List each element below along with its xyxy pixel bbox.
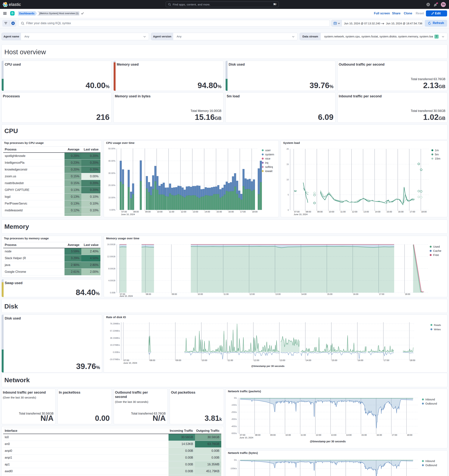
svg-text:-200/s: -200/s — [231, 411, 237, 413]
svg-text:12:00: 12:00 — [254, 359, 259, 362]
svg-text:17:00: 17:00 — [240, 211, 246, 213]
svg-text:0.00%: 0.00% — [109, 209, 115, 211]
svg-text:softirq: softirq — [265, 165, 273, 168]
svg-text:12:00: 12:00 — [316, 434, 321, 436]
svg-text:38.15MB/s: 38.15MB/s — [110, 337, 120, 339]
svg-text:12:00: 12:00 — [249, 293, 255, 295]
svg-text:08:00: 08:00 — [255, 434, 260, 436]
svg-text:5m: 5m — [435, 153, 439, 156]
svg-text:13:00: 13:00 — [275, 293, 281, 295]
svg-text:20: 20 — [287, 148, 289, 150]
svg-text:09:00: 09:00 — [172, 293, 177, 295]
svg-text:16.00GB: 16.00GB — [107, 243, 115, 246]
svg-text:Inbound: Inbound — [425, 398, 435, 401]
svg-text:10:00: 10:00 — [157, 211, 162, 213]
svg-text:07:00: 07:00 — [124, 359, 129, 362]
svg-text:0.00B: 0.00B — [110, 291, 115, 294]
svg-text:12:00: 12:00 — [181, 211, 186, 213]
svg-text:18:00: 18:00 — [252, 211, 258, 213]
svg-text:18:00: 18:00 — [405, 293, 410, 295]
svg-text:Inbound: Inbound — [425, 459, 435, 463]
svg-text:14:00: 14:00 — [205, 211, 210, 213]
svg-text:09:00: 09:00 — [270, 434, 276, 436]
svg-text:June 10, 2024: June 10, 2024 — [121, 213, 135, 215]
svg-text:16:00: 16:00 — [358, 359, 363, 362]
svg-text:0/s: 0/s — [234, 459, 237, 461]
svg-text:08:00: 08:00 — [146, 293, 151, 295]
svg-text:19.07MB/s: 19.07MB/s — [110, 344, 120, 346]
svg-text:11:00: 11:00 — [169, 211, 174, 213]
svg-text:09:00: 09:00 — [176, 359, 181, 362]
svg-text:11:00: 11:00 — [340, 211, 345, 213]
svg-text:11:00: 11:00 — [300, 434, 306, 436]
svg-text:-300/s: -300/s — [231, 418, 237, 420]
svg-text:-500/s: -500/s — [231, 432, 237, 434]
svg-text:17:00: 17:00 — [379, 293, 384, 295]
svg-text:08:00: 08:00 — [150, 359, 155, 362]
svg-text:13:00: 13:00 — [363, 211, 369, 213]
svg-text:0: 0 — [288, 209, 289, 211]
svg-text:13:00: 13:00 — [193, 211, 198, 213]
svg-text:@timestamp per 30 seconds: @timestamp per 30 seconds — [310, 440, 346, 443]
svg-text:17:00: 17:00 — [384, 359, 389, 362]
svg-text:8.00GB: 8.00GB — [108, 267, 115, 270]
svg-text:16:00: 16:00 — [377, 434, 382, 436]
svg-text:08:00: 08:00 — [306, 211, 311, 213]
svg-text:09:00: 09:00 — [145, 211, 151, 213]
svg-text:40.00%: 40.00% — [108, 160, 115, 162]
svg-text:14:00: 14:00 — [346, 434, 351, 436]
svg-text:15:00: 15:00 — [327, 293, 333, 295]
svg-text:iowait: iowait — [265, 169, 273, 173]
svg-text:10:00: 10:00 — [285, 434, 291, 436]
svg-text:07:00: 07:00 — [121, 211, 127, 213]
svg-text:18:00: 18:00 — [421, 211, 427, 213]
svg-text:user: user — [265, 149, 271, 152]
svg-text:-100k/s: -100k/s — [230, 467, 237, 470]
svg-text:Free: Free — [433, 253, 439, 256]
svg-text:1m: 1m — [435, 149, 439, 152]
svg-text:June 10, 2024: June 10, 2024 — [123, 362, 137, 364]
svg-text:08:00: 08:00 — [133, 211, 139, 213]
svg-text:irq: irq — [265, 161, 268, 164]
svg-text:50.00%: 50.00% — [108, 147, 115, 150]
svg-text:-19.07MB/s: -19.07MB/s — [109, 358, 120, 361]
svg-text:-100/s: -100/s — [231, 404, 237, 406]
svg-text:15: 15 — [287, 163, 289, 165]
svg-text:@timestamp per 30 seconds: @timestamp per 30 seconds — [251, 365, 284, 368]
svg-text:-400/s: -400/s — [231, 425, 237, 427]
svg-text:18:00: 18:00 — [410, 359, 415, 362]
svg-text:10.00%: 10.00% — [108, 196, 115, 199]
svg-text:20.00%: 20.00% — [108, 184, 115, 186]
svg-text:57.22MB/s: 57.22MB/s — [110, 330, 120, 332]
svg-text:11:00: 11:00 — [224, 293, 229, 295]
svg-text:10:00: 10:00 — [329, 211, 334, 213]
svg-text:Writes: Writes — [434, 328, 441, 331]
svg-text:15:00: 15:00 — [332, 359, 337, 362]
svg-text:5: 5 — [288, 193, 289, 196]
svg-text:10: 10 — [287, 178, 289, 181]
svg-text:June 10, 2024: June 10, 2024 — [120, 295, 133, 297]
svg-text:system: system — [265, 153, 274, 156]
svg-text:Cache: Cache — [433, 249, 441, 252]
svg-text:76.29MB/s: 76.29MB/s — [110, 323, 120, 325]
svg-text:0.00B/s: 0.00B/s — [113, 351, 120, 353]
svg-text:10:00: 10:00 — [202, 359, 207, 362]
svg-text:14:00: 14:00 — [306, 359, 311, 362]
svg-text:17:00: 17:00 — [410, 211, 415, 213]
svg-text:16:00: 16:00 — [228, 211, 234, 213]
svg-text:14:00: 14:00 — [375, 211, 380, 213]
svg-text:0/s: 0/s — [234, 397, 237, 399]
svg-text:16:00: 16:00 — [398, 211, 404, 213]
svg-text:Outbound: Outbound — [425, 402, 437, 405]
svg-text:18:00: 18:00 — [407, 434, 412, 436]
svg-text:June 10, 2024: June 10, 2024 — [239, 436, 253, 439]
svg-text:07:00: 07:00 — [240, 434, 245, 436]
svg-text:12:00: 12:00 — [352, 211, 357, 213]
svg-text:13:00: 13:00 — [280, 359, 285, 362]
svg-text:Reads: Reads — [434, 324, 441, 326]
svg-text:15:00: 15:00 — [216, 211, 222, 213]
svg-text:15:00: 15:00 — [361, 434, 367, 436]
svg-text:12.00GB: 12.00GB — [107, 255, 115, 258]
svg-text:10:00: 10:00 — [198, 293, 203, 295]
svg-text:13:00: 13:00 — [331, 434, 336, 436]
